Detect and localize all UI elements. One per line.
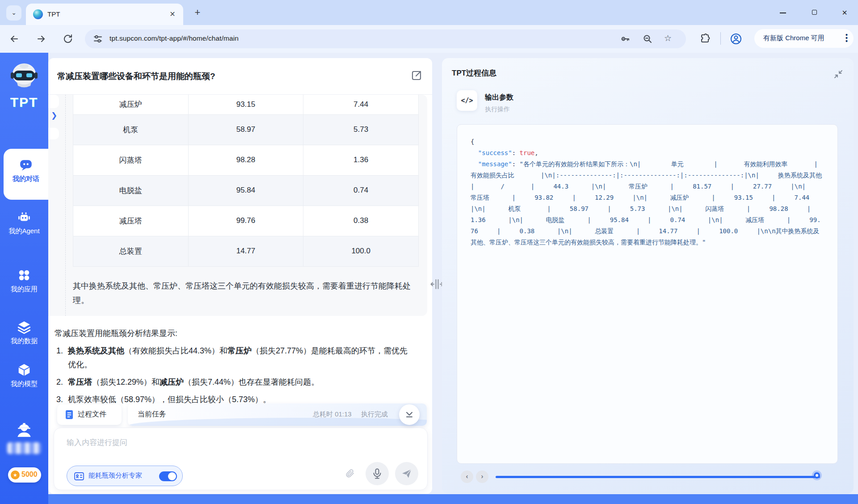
- timeline-dashed-line: [65, 95, 66, 316]
- progress-slider-track[interactable]: [496, 476, 820, 478]
- process-info-panel: TPT过程信息 </> 输出参数 执行操作 { "success": true,…: [442, 58, 854, 494]
- credits-badge[interactable]: ★ 5000: [8, 467, 41, 483]
- microphone-icon: [371, 468, 383, 479]
- extensions-icon[interactable]: [700, 33, 711, 44]
- sidebar-item-label: 我的Agent: [0, 227, 48, 235]
- app-shell: TPT 我的对话: [0, 53, 858, 504]
- background-band: [48, 494, 858, 504]
- zoom-out-icon[interactable]: [643, 34, 652, 44]
- agent-toggle-pill[interactable]: 能耗瓶颈分析专家: [67, 466, 183, 486]
- table-row: 电脱盐 95.84 0.74: [73, 175, 419, 206]
- sidebar-item-my-agent[interactable]: 我的Agent: [0, 210, 48, 235]
- collapse-task-button[interactable]: [399, 404, 420, 425]
- chat-input[interactable]: [67, 436, 290, 449]
- window-close-button[interactable]: ×: [840, 8, 849, 17]
- window-restore-button[interactable]: [810, 8, 819, 17]
- process-files-label: 过程文件: [78, 410, 106, 419]
- window-minimize-button[interactable]: [778, 8, 787, 17]
- code-line: "success": true,: [471, 147, 824, 159]
- url-text[interactable]: tpt.supcon.com/tpt-app/#/home/chat/main: [109, 34, 239, 42]
- sidebar-item-label: 我的模型: [0, 380, 48, 388]
- browser-toolbar: tpt.supcon.com/tpt-app/#/home/chat/main …: [0, 25, 858, 53]
- progress-slider-handle[interactable]: [814, 472, 820, 479]
- code-step-icon: </>: [457, 90, 477, 111]
- cube-icon: [17, 363, 31, 377]
- agent-toggle-switch[interactable]: [159, 471, 177, 481]
- drawer-notch: [48, 95, 59, 108]
- sidebar-item-label: 我的数据: [0, 337, 48, 345]
- sidebar-item-my-data[interactable]: 我的数据: [0, 320, 48, 345]
- tpt-favicon: [33, 9, 43, 19]
- next-step-button[interactable]: ›: [476, 470, 488, 483]
- credits-count: 5000: [21, 470, 38, 479]
- status-badge: 执行完成: [361, 410, 388, 419]
- chat-panel: 常减压装置哪些设备和环节是用能的瓶颈? ❯ 减压炉 93.15: [48, 58, 432, 494]
- toolbar-divider: [720, 32, 721, 45]
- sidebar-item-label: 我的应用: [0, 285, 48, 294]
- sidebar-item-my-models[interactable]: 我的模型: [0, 363, 48, 388]
- step-subtitle: 执行操作: [485, 105, 510, 113]
- table-row: 减压塔 99.76 0.38: [73, 206, 419, 236]
- previous-step-button[interactable]: ‹: [461, 470, 473, 483]
- back-icon[interactable]: [9, 34, 20, 44]
- chat-input-card: 能耗瓶颈分析专家: [54, 428, 428, 490]
- worker-avatar-icon[interactable]: [15, 420, 34, 439]
- panel-title: TPT过程信息: [452, 68, 496, 78]
- elapsed-time: 总耗时 01:13: [313, 410, 352, 419]
- table-row: 总装置 14.77 100.0: [73, 236, 419, 266]
- code-line: {: [471, 136, 824, 147]
- new-tab-button[interactable]: +: [192, 7, 203, 18]
- shrink-panel-icon[interactable]: [834, 70, 843, 79]
- code-line: "message": "各个单元的有效能分析结果如下所示：\n| 单元 | 有效…: [471, 159, 824, 248]
- table-summary-text: 其中换热系统及其他、常压炉、常压塔这三个单元的有效能损失较高，需要着重进行节能降…: [73, 279, 422, 307]
- tab-close-icon[interactable]: ✕: [168, 10, 177, 19]
- list-item: 1. 换热系统及其他（有效能损失占比44.3%）和常压炉（损失27.77%）是能…: [56, 344, 414, 372]
- bookmark-star-icon[interactable]: ☆: [664, 33, 672, 43]
- drawer-notch: [48, 128, 59, 139]
- microphone-button[interactable]: [366, 462, 389, 485]
- sidebar: TPT 我的对话: [0, 53, 48, 504]
- password-key-icon[interactable]: [620, 34, 630, 44]
- chat-bubble-icon: [19, 158, 33, 172]
- attachment-icon[interactable]: [345, 468, 355, 479]
- current-task-bar[interactable]: 当前任务 总耗时 01:13 执行完成: [128, 403, 427, 426]
- analysis-intro-text: 常减压装置用能瓶颈分析结果显示:: [55, 328, 177, 339]
- expand-history-chevron-icon[interactable]: ❯: [51, 111, 59, 121]
- sidebar-item-my-apps[interactable]: 我的应用: [0, 268, 48, 294]
- sidebar-item-my-chats[interactable]: 我的对话: [4, 149, 48, 200]
- browser-tab-strip: ⌄ TPT ✕ + ×: [0, 0, 858, 25]
- table-row: 机泵 58.97 5.73: [73, 114, 419, 145]
- open-external-icon[interactable]: [411, 70, 422, 81]
- layers-icon: [17, 320, 31, 334]
- application-window: ⌄ TPT ✕ + × tpt.supcon.com/tpt-app/#/hom…: [0, 0, 858, 504]
- robot-icon: [17, 210, 31, 224]
- sidebar-logo-text: TPT: [0, 95, 48, 110]
- collapse-down-icon: [405, 410, 414, 419]
- site-settings-icon[interactable]: [93, 34, 103, 44]
- exergy-table: 减压炉 93.15 7.44 机泵 58.97 5.73 闪蒸塔 98.28 1…: [73, 95, 419, 267]
- address-bar[interactable]: tpt.supcon.com/tpt-app/#/home/chat/main …: [85, 29, 686, 48]
- send-button[interactable]: [395, 462, 418, 485]
- step-title: 输出参数: [485, 93, 513, 102]
- reload-icon[interactable]: [63, 34, 73, 44]
- current-task-label: 当前任务: [138, 410, 166, 419]
- chrome-update-button[interactable]: 有新版 Chrome 可用 •••: [754, 29, 854, 48]
- table-row: 闪蒸塔 98.28 1.36: [73, 145, 419, 175]
- browser-tab[interactable]: TPT ✕: [26, 4, 183, 25]
- chat-header: 常减压装置哪些设备和环节是用能的瓶颈?: [48, 58, 432, 95]
- chat-question-title: 常减压装置哪些设备和环节是用能的瓶颈?: [57, 71, 215, 82]
- sidebar-item-label: 我的对话: [4, 175, 48, 183]
- list-item: 2. 常压塔（损失12.29%）和减压炉（损失7.44%）也存在显著能耗问题。: [56, 375, 414, 389]
- findings-list: 1. 换热系统及其他（有效能损失占比44.3%）和常压炉（损失27.77%）是能…: [56, 344, 414, 410]
- forward-icon[interactable]: [36, 34, 46, 44]
- apps-grid-icon: [17, 268, 31, 282]
- process-files-button[interactable]: 过程文件: [57, 404, 122, 425]
- username-blurred: [7, 442, 41, 454]
- json-output-box[interactable]: { "success": true, "message": "各个单元的有效能分…: [457, 124, 838, 464]
- coin-star-icon: ★: [11, 470, 20, 479]
- document-icon: [65, 410, 74, 420]
- tab-search-chevron-button[interactable]: ⌄: [6, 5, 21, 21]
- chrome-update-label: 有新版 Chrome 可用: [763, 34, 824, 42]
- browser-menu-icon[interactable]: •••: [845, 34, 847, 43]
- profile-avatar-icon[interactable]: [730, 33, 742, 45]
